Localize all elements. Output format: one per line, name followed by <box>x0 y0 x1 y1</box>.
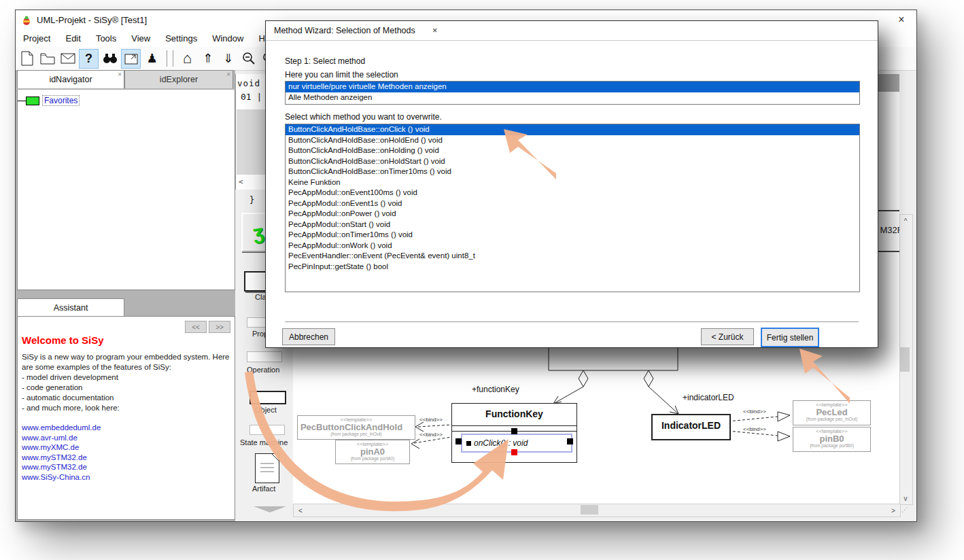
new-document-icon[interactable] <box>18 50 36 68</box>
template-pecbutton-name: PecButtonClickAndHold <box>297 423 415 432</box>
window-title: UML-Projekt - SiSy® [Test1] <box>37 15 147 25</box>
scroll-up-icon[interactable]: ^ <box>900 215 911 227</box>
filter-option-selected[interactable]: nur virtuelle/pure virtuelle Methoden an… <box>286 82 859 92</box>
tree-item-favorites[interactable]: Favorites <box>18 95 80 106</box>
horizontal-scrollbar[interactable]: < > <box>293 504 901 517</box>
method-listbox[interactable]: ButtonClickAndHoldBase::onClick () void … <box>285 124 860 292</box>
tab-idnavigator[interactable]: idNavigator × <box>17 70 124 88</box>
cancel-button[interactable]: Abbrechen <box>282 328 335 345</box>
selection-handle-bottom-red[interactable] <box>511 449 517 455</box>
template-pecled[interactable]: <<template>> PecLed (from package pec_In… <box>793 400 871 425</box>
assistant-bullet: - automatic documentation <box>22 393 232 403</box>
horizontal-scroll-thumb[interactable] <box>581 505 598 514</box>
home-icon[interactable]: ⌂ <box>178 50 196 68</box>
search-binoculars-icon[interactable] <box>101 50 119 68</box>
palette-operation-icon[interactable] <box>247 351 282 362</box>
menu-window[interactable]: Window <box>205 33 251 43</box>
selection-handle-top[interactable] <box>511 428 517 434</box>
filter-listbox[interactable]: nur virtuelle/pure virtuelle Methoden an… <box>285 81 860 105</box>
filter-option[interactable]: Alle Methoden anzeigen <box>286 92 859 103</box>
splitter-collapse-handle[interactable] <box>254 506 286 512</box>
assistant-forward-button[interactable]: >> <box>209 321 230 333</box>
navigate-down-icon[interactable]: ⇓ <box>219 50 237 68</box>
method-option[interactable]: PecAppModul::onStart () void <box>286 220 859 230</box>
maximize-view-icon[interactable] <box>121 49 141 69</box>
assistant-bullet: - model driven development <box>22 372 232 383</box>
menu-view[interactable]: View <box>124 33 158 43</box>
assistant-link[interactable]: www.mySTM32.de <box>22 453 232 463</box>
assistant-heading: Welcome to SiSy <box>22 334 104 346</box>
person-pawn-icon[interactable]: ♟ <box>143 50 161 68</box>
method-option[interactable]: PecAppModul::onEvent1s () void <box>286 198 859 209</box>
role-indicatorled-label: +indicatorLED <box>683 393 734 402</box>
assistant-back-button[interactable]: << <box>185 321 207 333</box>
window-close-icon[interactable]: × <box>886 10 916 29</box>
scroll-left-icon[interactable]: < <box>295 504 306 517</box>
selection-handle-right[interactable] <box>567 438 573 444</box>
green-figure-icon: ʒ <box>252 220 265 245</box>
menu-settings[interactable]: Settings <box>158 33 205 43</box>
help-icon[interactable]: ? <box>79 49 99 69</box>
method-option-selected[interactable]: ButtonClickAndHoldBase::onClick () void <box>286 124 859 135</box>
assistant-link[interactable]: www.myXMC.de <box>22 442 232 453</box>
tab-idnavigator-close-icon[interactable]: × <box>118 71 122 78</box>
menu-project[interactable]: Project <box>16 33 58 43</box>
tab-idexplorer[interactable]: idExplorer × <box>124 70 233 88</box>
zoom-out-icon[interactable] <box>239 50 258 68</box>
menu-tools[interactable]: Tools <box>88 33 124 43</box>
palette-operation-label[interactable]: Operation <box>247 366 279 374</box>
back-button[interactable]: < Zurück <box>701 328 754 345</box>
open-folder-icon[interactable] <box>38 50 56 68</box>
vertical-scroll-thumb[interactable] <box>900 347 910 372</box>
palette-artifact-label[interactable]: Artifact <box>252 485 275 493</box>
scroll-right-icon[interactable]: > <box>888 504 899 517</box>
bind-label: <<bind>> <box>419 432 443 438</box>
assistant-body: SiSy is a new way to program your embedd… <box>22 352 232 482</box>
palette-artifact-icon[interactable] <box>255 453 279 483</box>
mail-icon[interactable] <box>58 50 77 68</box>
navigate-up-icon[interactable]: ⇑ <box>199 50 217 68</box>
dialog-close-icon[interactable]: × <box>424 26 447 35</box>
method-option[interactable]: ButtonClickAndHoldBase::onTimer10ms () v… <box>286 167 859 177</box>
code-scroll-left-icon[interactable]: < <box>239 177 243 186</box>
palette-object-icon[interactable] <box>249 391 286 404</box>
method-option[interactable]: PecAppModul::onTimer10ms () void <box>286 230 859 241</box>
assistant-link[interactable]: www.mySTM32.de <box>22 462 232 472</box>
template-pecbuttonclickandhold[interactable]: <<template>> PecButtonClickAndHold (from… <box>297 415 415 440</box>
toolbar-separator <box>167 50 173 67</box>
assistant-link[interactable]: www.embeddeduml.de <box>22 423 232 433</box>
tab-idexplorer-label: idExplorer <box>160 75 198 84</box>
palette-statemachine-label[interactable]: State machine <box>240 438 288 447</box>
assistant-link[interactable]: www.SiSy-China.cn <box>22 472 232 483</box>
template-pinb0[interactable]: <<template>> pinB0 (from package portB0) <box>793 427 871 452</box>
dialog-step-label: Step 1: Select method <box>285 56 365 66</box>
template-pina0[interactable]: <<template>> pinA0 (from package portA0) <box>335 440 410 464</box>
menu-edit[interactable]: Edit <box>58 33 88 43</box>
method-option[interactable]: PecPinInput::getState () bool <box>286 262 859 273</box>
assistant-panel: << >> Welcome to SiSy SiSy is a new way … <box>17 316 235 520</box>
method-option[interactable]: PecAppModul::onPower () void <box>286 209 859 220</box>
selection-handle-left[interactable] <box>455 438 462 444</box>
tab-assistant[interactable]: Assistant <box>17 298 124 317</box>
assistant-intro-line1: SiSy is a new way to program your embedd… <box>22 352 232 362</box>
method-option[interactable]: PecEventHandler::onEvent (PecEvent& even… <box>286 251 859 262</box>
method-option[interactable]: ButtonClickAndHoldBase::onHolding () voi… <box>286 145 859 156</box>
method-option[interactable]: Keine Funktion <box>286 177 859 188</box>
class-functionkey[interactable]: FunctionKey onClick() : void <box>451 403 577 463</box>
finish-button[interactable]: Fertig stellen <box>761 328 819 347</box>
template-pina0-package: (from package portA0) <box>336 456 409 461</box>
palette-object-label[interactable]: Object <box>255 406 277 414</box>
template-pinb0-name: pinB0 <box>793 434 870 443</box>
tab-idnavigator-label: idNavigator <box>49 75 92 84</box>
tab-idexplorer-close-icon[interactable]: × <box>226 71 230 78</box>
class-m32f0-label: M32F0 <box>880 225 899 235</box>
method-option[interactable]: ButtonClickAndHoldBase::onHoldEnd () voi… <box>286 135 859 146</box>
palette-statemachine-icon[interactable] <box>249 425 285 435</box>
method-option[interactable]: PecAppModul::onEvent100ms () void <box>286 188 859 198</box>
method-option[interactable]: ButtonClickAndHoldBase::onHoldStart () v… <box>286 156 859 167</box>
scroll-down-icon[interactable]: v <box>900 492 911 504</box>
class-indicatorled[interactable]: IndicatorLED <box>651 414 731 440</box>
assistant-link[interactable]: www.avr-uml.de <box>22 433 232 443</box>
resize-grip[interactable]: ⋰ <box>901 506 908 513</box>
method-option[interactable]: PecAppModul::onWork () void <box>286 241 859 251</box>
